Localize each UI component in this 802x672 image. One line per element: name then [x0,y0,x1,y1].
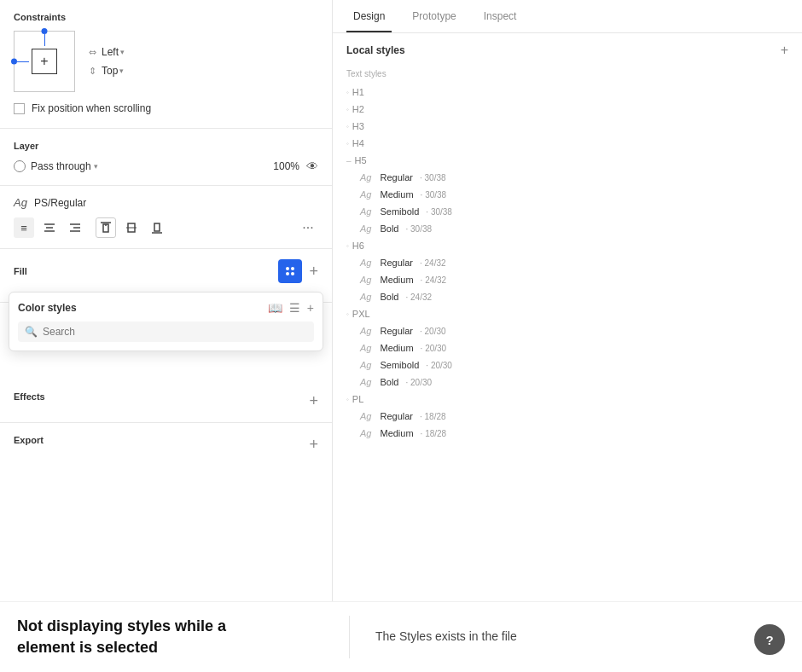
group-pxl[interactable]: ◦ PXL [346,305,788,322]
layer-section: Layer Pass through ▾ 100% 👁 [0,129,332,186]
expand-icon-h4: ◦ [346,140,349,148]
style-item-pxl-medium[interactable]: Ag Medium · 20/30 [346,339,788,356]
style-item-h5-regular[interactable]: Ag Regular · 30/38 [346,169,788,186]
style-item-h6-regular[interactable]: Ag Regular · 24/32 [346,254,788,271]
valign-bottom-btn[interactable] [147,217,167,238]
bottom-main-line1: Not displaying styles while a [17,616,335,637]
style-item-pl-regular[interactable]: Ag Regular · 18/28 [346,408,788,425]
style-item-pl-medium[interactable]: Ag Medium · 18/28 [346,425,788,442]
constraint-horizontal-row: ⇔ Left ▾ [89,46,125,58]
group-h1[interactable]: ◦ H1 [346,84,788,101]
right-tabs: Design Prototype Inspect [333,0,802,33]
right-bottom-text: The Styles exists in the file [350,616,785,658]
align-right-btn[interactable] [65,217,85,238]
layer-row: Pass through ▾ 100% 👁 [14,159,318,173]
align-center-btn[interactable] [39,217,60,238]
ag-label: Ag [14,196,27,209]
search-icon: 🔍 [25,326,38,338]
group-h3[interactable]: ◦ H3 [346,118,788,135]
add-export-btn[interactable]: + [309,437,318,452]
horizontal-constraint-icon: ⇔ [89,47,96,58]
chevron-down-icon-2: ▾ [119,67,124,75]
style-item-pxl-bold[interactable]: Ag Bold · 20/30 [346,374,788,391]
text-style-name: PS/Regular [34,197,86,209]
color-search-input[interactable] [43,326,307,338]
vertical-constraint-icon: ⇕ [89,66,96,77]
color-styles-header: Color styles 📖 ☰ + [18,301,314,315]
line-left [17,61,29,62]
left-panel: Constraints + ⇔ Left ▾ [0,0,333,601]
style-item-h5-semibold[interactable]: Ag Semibold · 30/38 [346,203,788,220]
vertical-constraint-select[interactable]: Top ▾ [102,65,124,77]
line-top [44,34,45,46]
right-bottom-label: The Styles exists in the file [375,628,517,646]
blend-mode-icon [14,160,26,172]
valign-top-btn[interactable] [96,217,116,238]
blend-mode-select[interactable]: Pass through ▾ [31,160,98,172]
align-left-btn[interactable]: ≡ [14,217,34,238]
grid-dots [286,267,294,275]
fill-title: Fill [14,266,27,276]
effects-section: Effects + [0,379,332,423]
add-effect-btn[interactable]: + [309,393,318,408]
constraints-section: Constraints + ⇔ Left ▾ [0,0,332,129]
text-style-row: Ag PS/Regular [14,196,318,209]
right-content: Local styles + Text styles ◦ H1 ◦ H2 ◦ H… [333,33,802,601]
group-pl[interactable]: ◦ PL [346,391,788,408]
style-item-h5-bold[interactable]: Ag Bold · 30/38 [346,220,788,237]
fix-position-label: Fix position when scrolling [32,102,151,114]
opacity-value[interactable]: 100% [269,160,299,172]
plus-style-icon[interactable]: + [307,301,314,315]
local-styles-title: Local styles [346,44,405,56]
style-item-pxl-semibold[interactable]: Ag Semibold · 20/30 [346,356,788,374]
text-styles-label: Text styles [346,69,788,78]
local-styles-header: Local styles + [346,43,788,57]
book-icon[interactable]: 📖 [268,301,282,315]
add-local-style-btn[interactable]: + [781,43,788,57]
expand-icon-h3: ◦ [346,123,349,130]
search-row: 🔍 [18,322,314,342]
group-h6[interactable]: ◦ H6 [346,237,788,254]
constraint-plus-icon: + [40,55,48,68]
style-item-h5-medium[interactable]: Ag Medium · 30/38 [346,186,788,203]
blend-mode-area: Pass through ▾ [14,160,98,172]
eye-icon[interactable]: 👁 [306,159,318,173]
bottom-main-line2: element is selected [17,637,335,658]
fix-position-row: Fix position when scrolling [14,102,318,114]
expand-icon-h5: – [346,156,352,165]
group-h5[interactable]: – H5 [346,152,788,169]
fix-position-checkbox[interactable] [14,103,25,114]
export-row: Export + [14,435,318,454]
group-h4[interactable]: ◦ H4 [346,135,788,152]
color-styles-dropdown: Color styles 📖 ☰ + 🔍 [9,292,323,351]
text-style-section: Ag PS/Regular ≡ · [0,186,332,249]
style-item-h6-bold[interactable]: Ag Bold · 24/32 [346,288,788,305]
tab-inspect[interactable]: Inspect [477,0,524,32]
styles-grid-btn[interactable] [278,259,302,283]
constraint-selects: ⇔ Left ▾ ⇕ Top ▾ [89,46,125,77]
style-item-h6-medium[interactable]: Ag Medium · 24/32 [346,271,788,288]
dot-top [42,28,48,34]
layer-title: Layer [14,141,318,151]
list-icon[interactable]: ☰ [289,301,300,315]
constraint-inner-box: + [32,49,57,74]
help-button[interactable]: ? [754,624,785,655]
horizontal-constraint-select[interactable]: Left ▾ [102,46,125,58]
fill-header: Fill + [14,259,318,283]
svg-rect-12 [154,223,160,231]
dot-left [11,59,17,65]
constraint-box: + [14,31,75,92]
export-title: Export [14,435,44,445]
expand-icon-h1: ◦ [346,89,349,96]
add-fill-btn[interactable]: + [309,264,318,279]
export-section: Export + [0,423,332,466]
color-styles-icons: 📖 ☰ + [268,301,314,315]
group-h2[interactable]: ◦ H2 [346,101,788,118]
style-item-pxl-regular[interactable]: Ag Regular · 20/30 [346,322,788,339]
constraint-vertical-row: ⇕ Top ▾ [89,65,125,77]
left-bottom-text: Not displaying styles while a element is… [17,616,350,658]
tab-design[interactable]: Design [346,0,392,32]
valign-middle-btn[interactable] [121,217,142,238]
more-options-btn[interactable]: ··· [298,217,318,238]
tab-prototype[interactable]: Prototype [405,0,462,32]
